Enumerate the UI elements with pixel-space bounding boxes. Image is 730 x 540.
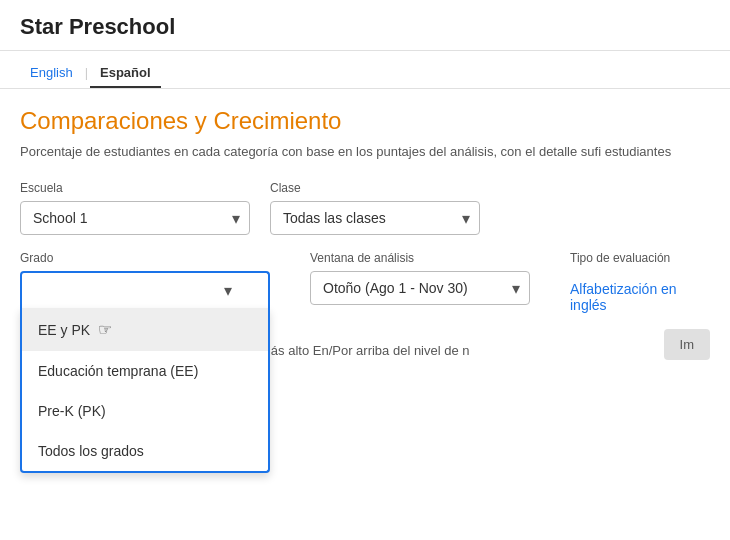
tab-espanol[interactable]: Español [90, 59, 161, 88]
ventana-label: Ventana de análisis [310, 251, 530, 265]
dropdown-item-label: Educación temprana (EE) [38, 363, 198, 379]
form-row-2: Grado ▾ EE y PK ☞ Educación temprana (EE… [20, 251, 710, 313]
dropdown-item-educacion-temprana[interactable]: Educación temprana (EE) [22, 351, 268, 391]
cursor-icon: ☞ [98, 320, 112, 339]
escuela-label: Escuela [20, 181, 250, 195]
escuela-group: Escuela School 1 ▾ [20, 181, 250, 235]
radio-nivel-label: % más alto En/Por arriba del nivel de n [245, 343, 470, 358]
ventana-group: Ventana de análisis Otoño (Ago 1 - Nov 3… [310, 251, 530, 305]
grado-dropdown-icon: ▾ [224, 281, 232, 300]
tipo-label: Tipo de evaluación [570, 251, 710, 265]
tipo-value: Alfabetización en inglés [570, 271, 710, 313]
tipo-group: Tipo de evaluación Alfabetización en ing… [570, 251, 710, 313]
clase-label: Clase [270, 181, 480, 195]
dropdown-item-label: Pre-K (PK) [38, 403, 106, 419]
grado-input[interactable]: ▾ [20, 271, 270, 308]
tab-separator: | [83, 59, 90, 88]
grado-label: Grado [20, 251, 270, 265]
ventana-select[interactable]: Otoño (Ago 1 - Nov 30) [310, 271, 530, 305]
page-title: Comparaciones y Crecimiento [20, 107, 710, 135]
dropdown-item-label: Todos los grados [38, 443, 144, 459]
tab-english[interactable]: English [20, 59, 83, 88]
page-description: Porcentaje de estudiantes en cada catego… [20, 143, 710, 161]
dropdown-item-todos-grados[interactable]: Todos los grados [22, 431, 268, 471]
grado-dropdown-menu: EE y PK ☞ Educación temprana (EE) Pre-K … [20, 308, 270, 473]
imprimir-button[interactable]: Im [664, 329, 710, 360]
language-tabs: English | Español [0, 51, 730, 89]
clase-group: Clase Todas las clases ▾ [270, 181, 480, 235]
main-content: Comparaciones y Crecimiento Porcentaje d… [0, 89, 730, 378]
clase-select-wrapper: Todas las clases ▾ [270, 201, 480, 235]
escuela-select[interactable]: School 1 [20, 201, 250, 235]
dropdown-item-label: EE y PK [38, 322, 90, 338]
form-row-1: Escuela School 1 ▾ Clase Todas las clase… [20, 181, 710, 235]
clase-select[interactable]: Todas las clases [270, 201, 480, 235]
grado-group: Grado ▾ EE y PK ☞ Educación temprana (EE… [20, 251, 270, 308]
app-title: Star Preschool [20, 14, 710, 40]
header: Star Preschool [0, 0, 730, 51]
dropdown-item-pre-k[interactable]: Pre-K (PK) [22, 391, 268, 431]
escuela-select-wrapper: School 1 ▾ [20, 201, 250, 235]
ventana-select-wrapper: Otoño (Ago 1 - Nov 30) ▾ [310, 271, 530, 305]
dropdown-item-ee-pk[interactable]: EE y PK ☞ [22, 308, 268, 351]
